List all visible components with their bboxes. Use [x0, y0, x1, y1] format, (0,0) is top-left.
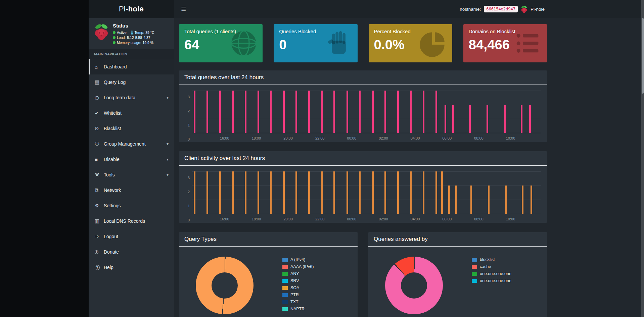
- x-tick-label: 10:00: [506, 217, 515, 221]
- home-icon: ⌂: [95, 64, 104, 70]
- sidebar-item-label: Donate: [104, 249, 119, 255]
- panel-title: Total queries over last 24 hours: [179, 70, 547, 85]
- sidebar-item-group-management[interactable]: ⚇Group Management▾: [89, 136, 174, 152]
- query-types-panel: Query Types A (IPv4)AAAA (IPv6)ANYSRVSOA…: [179, 232, 358, 317]
- stat-card-value: 0: [279, 37, 352, 52]
- gridline: [192, 171, 541, 172]
- query-bar: [487, 105, 488, 133]
- status-panel: Status Active Temp: 39 °C: [89, 18, 174, 49]
- hostname-badge: 666154e2d947: [484, 6, 518, 12]
- sidebar-item-tools[interactable]: ⚒Tools▾: [89, 167, 174, 182]
- memory-label: Memory usage:: [117, 41, 141, 45]
- legend-item-one-one-one-one[interactable]: one.one.one.one: [472, 271, 511, 276]
- donate-icon: ℗: [95, 249, 104, 255]
- query-bar: [321, 171, 323, 214]
- gears-icon: ⚙: [95, 203, 104, 209]
- sidebar-item-label: Help: [104, 265, 113, 270]
- stat-card-percent-blocked[interactable]: Percent Blocked0.0%: [369, 24, 452, 62]
- query-bar: [410, 171, 412, 214]
- query-bar: [521, 105, 522, 133]
- logo-text-hole: hole: [128, 5, 144, 13]
- sidebar-item-label: Group Management: [104, 141, 146, 147]
- query-bar: [245, 91, 246, 133]
- x-tick-label: 22:00: [315, 217, 325, 221]
- sidebar-item-help[interactable]: ?Help: [89, 260, 174, 275]
- brand-name: Pi-hole: [531, 7, 545, 12]
- query-bar: [470, 186, 472, 214]
- client-activity-chart[interactable]: 012316:0018:0020:0022:0000:0002:0004:000…: [182, 169, 544, 223]
- legend-label: NAPTR: [290, 307, 305, 311]
- y-tick-label: 2: [182, 109, 190, 113]
- x-tick-label: 06:00: [442, 136, 452, 140]
- legend-swatch: [282, 279, 288, 283]
- legend-swatch: [282, 300, 288, 304]
- sidebar-item-whitelist[interactable]: ✔Whitelist: [89, 105, 174, 121]
- legend-item-cache[interactable]: cache: [472, 264, 511, 269]
- gridline: [192, 214, 541, 214]
- sidebar-item-dashboard[interactable]: ⌂Dashboard: [89, 59, 174, 74]
- query-bar: [372, 91, 374, 133]
- bar-chart-plot[interactable]: 16:0018:0020:0022:0000:0002:0004:0006:00…: [192, 172, 541, 214]
- sidebar-item-local-dns-records[interactable]: ▥Local DNS Records: [89, 213, 174, 229]
- queries-answered-by-doughnut-chart[interactable]: [385, 257, 443, 314]
- sidebar-toggle-icon[interactable]: ☰: [174, 6, 193, 13]
- query-bar: [441, 171, 443, 214]
- query-bar: [333, 91, 335, 133]
- legend-item-blocklist[interactable]: blocklist: [472, 257, 511, 262]
- query-types-body: A (IPv4)AAAA (IPv6)ANYSRVSOAPTRTXTNAPTR: [179, 247, 358, 314]
- doughnut-hole: [212, 272, 238, 299]
- sidebar-item-query-log[interactable]: ▤Query Log: [89, 74, 174, 90]
- legend-label: A (IPv4): [290, 257, 305, 262]
- temp-label: Temp:: [135, 31, 144, 35]
- sidebar-item-logout[interactable]: ⇨Logout: [89, 229, 174, 244]
- legend-item-ptr[interactable]: PTR: [282, 293, 314, 297]
- query-bar: [245, 171, 246, 214]
- query-bar: [347, 91, 348, 133]
- pihole-logo-link[interactable]: Pi-hole: [89, 0, 174, 18]
- users-icon: ⚇: [95, 141, 104, 147]
- query-bar: [452, 105, 454, 133]
- status-active-label: Active: [117, 31, 127, 35]
- stat-card-total-queries-1-clients[interactable]: Total queries (1 clients)64: [179, 24, 263, 62]
- sidebar-item-disable[interactable]: ■Disable▾: [89, 152, 174, 167]
- legend-item-any[interactable]: ANY: [282, 271, 314, 276]
- logo-text-pi: Pi-: [119, 5, 128, 13]
- query-bar: [232, 171, 234, 214]
- legend-item-one-one-one-one[interactable]: one.one.one.one: [472, 278, 511, 283]
- ban-icon: ⊘: [95, 125, 104, 131]
- stat-card-queries-blocked[interactable]: Queries Blocked0: [274, 24, 357, 62]
- scrollbar[interactable]: [641, 0, 644, 317]
- sidebar-item-settings[interactable]: ⚙Settings: [89, 198, 174, 213]
- query-bar: [397, 171, 399, 214]
- x-tick-label: 00:00: [347, 217, 357, 221]
- stop-icon: ■: [95, 157, 104, 162]
- total-queries-chart[interactable]: 012316:0018:0020:0022:0000:0002:0004:000…: [182, 88, 544, 142]
- legend-item-txt[interactable]: TXT: [282, 300, 314, 304]
- legend-item-srv[interactable]: SRV: [282, 278, 314, 283]
- bar-chart-plot[interactable]: 16:0018:0020:0022:0000:0002:0004:0006:00…: [192, 91, 541, 133]
- query-bar: [321, 91, 323, 133]
- status-line-load: Load: 5.12 5.58 4.37: [113, 36, 154, 40]
- query-types-doughnut-chart[interactable]: [196, 257, 254, 314]
- query-bar: [488, 186, 490, 214]
- legend-item-naptr[interactable]: NAPTR: [282, 307, 314, 311]
- query-bar: [384, 91, 386, 133]
- x-tick-label: 06:00: [442, 217, 452, 221]
- legend-label: SOA: [290, 285, 299, 290]
- sidebar-item-network[interactable]: ⧉Network: [89, 182, 174, 198]
- temp-value: 39 °C: [145, 31, 154, 35]
- sidebar-item-blacklist[interactable]: ⊘Blacklist: [89, 121, 174, 136]
- legend-item-a-ipv4[interactable]: A (IPv4): [282, 257, 314, 262]
- query-bar: [359, 91, 361, 133]
- sidebar-item-label: Whitelist: [104, 110, 122, 116]
- stat-card-domains-on-blocklist[interactable]: Domains on Blocklist84,466: [463, 24, 547, 62]
- x-tick-label: 08:00: [474, 217, 484, 221]
- sidebar-item-donate[interactable]: ℗Donate: [89, 244, 174, 260]
- stat-card-value: 84,466: [469, 37, 542, 52]
- legend-item-soa[interactable]: SOA: [282, 285, 314, 290]
- sidebar-item-long-term-data[interactable]: ◷Long term data▾: [89, 90, 174, 105]
- legend-label: TXT: [290, 300, 298, 304]
- legend-item-aaaa-ipv6[interactable]: AAAA (IPv6): [282, 264, 314, 269]
- status-dot-icon: [113, 31, 116, 34]
- scrollbar-thumb[interactable]: [642, 18, 644, 94]
